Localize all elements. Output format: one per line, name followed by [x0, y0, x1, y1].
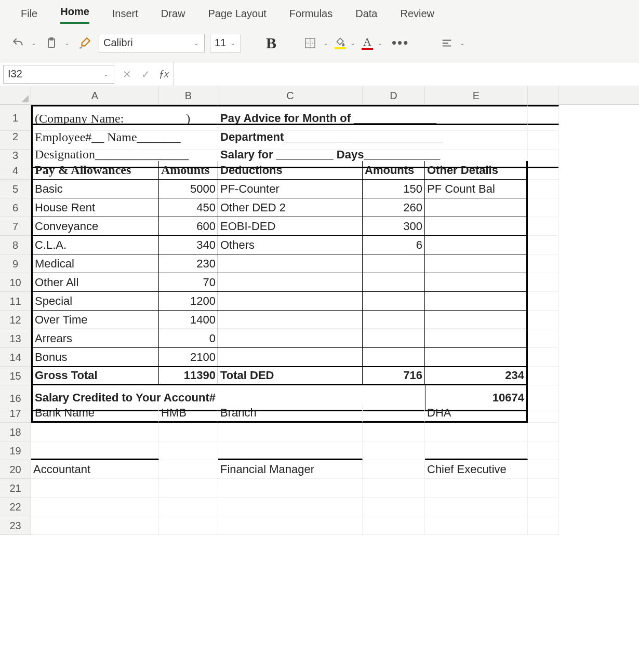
- cell[interactable]: Arrears: [31, 329, 159, 348]
- cell[interactable]: [528, 254, 559, 273]
- cells-area[interactable]: (Company Name:__________) Pay Advice for…: [31, 105, 639, 535]
- cell[interactable]: [528, 217, 559, 236]
- cell[interactable]: Medical: [31, 254, 159, 273]
- row-header[interactable]: 22: [0, 498, 31, 516]
- cell[interactable]: [31, 498, 159, 516]
- row-header[interactable]: 10: [0, 273, 31, 292]
- cell[interactable]: DHA: [425, 404, 528, 423]
- cell[interactable]: [159, 423, 218, 441]
- cell[interactable]: [528, 180, 559, 198]
- paste-dropdown[interactable]: ⌄: [63, 39, 71, 47]
- cell[interactable]: [363, 348, 425, 367]
- cell[interactable]: 340: [159, 236, 218, 254]
- cell[interactable]: [528, 367, 559, 385]
- cell[interactable]: [363, 460, 425, 479]
- cell[interactable]: [31, 441, 159, 460]
- row-header[interactable]: 8: [0, 236, 31, 254]
- row-header[interactable]: 6: [0, 198, 31, 217]
- row-header[interactable]: 14: [0, 348, 31, 367]
- cell[interactable]: [528, 516, 559, 535]
- row-header[interactable]: 17: [0, 404, 31, 423]
- cell[interactable]: [218, 254, 363, 273]
- cancel-formula-button[interactable]: ✕: [117, 68, 136, 80]
- cell[interactable]: [363, 311, 425, 329]
- cell[interactable]: [425, 198, 528, 217]
- accept-formula-button[interactable]: ✓: [136, 68, 155, 80]
- cell[interactable]: [363, 273, 425, 292]
- col-header-b[interactable]: B: [159, 86, 218, 105]
- cell[interactable]: Chief Executive: [425, 460, 528, 479]
- cell[interactable]: [363, 292, 425, 311]
- cell[interactable]: [218, 498, 363, 516]
- cell[interactable]: [528, 292, 559, 311]
- cell[interactable]: 70: [159, 273, 218, 292]
- align-button[interactable]: [438, 34, 456, 52]
- borders-dropdown[interactable]: ⌄: [322, 39, 329, 47]
- cell[interactable]: PF-Counter: [218, 180, 363, 198]
- cell[interactable]: [218, 441, 363, 460]
- cell[interactable]: [425, 498, 528, 516]
- cell[interactable]: [218, 479, 363, 498]
- tab-data[interactable]: Data: [355, 8, 377, 24]
- cell[interactable]: [528, 404, 559, 423]
- fill-color-button[interactable]: [335, 37, 346, 49]
- cell[interactable]: [218, 311, 363, 329]
- tab-page-layout[interactable]: Page Layout: [208, 8, 267, 24]
- row-header[interactable]: 11: [0, 292, 31, 311]
- cell[interactable]: [159, 460, 218, 479]
- align-dropdown[interactable]: ⌄: [459, 39, 466, 47]
- cell[interactable]: 150: [363, 180, 425, 198]
- tab-review[interactable]: Review: [400, 8, 434, 24]
- cell[interactable]: 2100: [159, 348, 218, 367]
- cell[interactable]: 0: [159, 329, 218, 348]
- undo-dropdown[interactable]: ⌄: [30, 39, 37, 47]
- cell[interactable]: [363, 254, 425, 273]
- row-header[interactable]: 23: [0, 516, 31, 535]
- row-header[interactable]: 7: [0, 217, 31, 236]
- cell[interactable]: Others: [218, 236, 363, 254]
- bold-button[interactable]: B: [261, 34, 282, 52]
- cell[interactable]: 230: [159, 254, 218, 273]
- cell[interactable]: [528, 161, 559, 180]
- font-color-dropdown[interactable]: ⌄: [376, 39, 383, 47]
- cell[interactable]: Financial Manager: [218, 460, 363, 479]
- cell[interactable]: [425, 516, 528, 535]
- tab-file[interactable]: File: [21, 8, 37, 24]
- cell[interactable]: [31, 423, 159, 441]
- cell[interactable]: [425, 311, 528, 329]
- cell[interactable]: [528, 198, 559, 217]
- cell[interactable]: [528, 311, 559, 329]
- cell[interactable]: 260: [363, 198, 425, 217]
- tab-formulas[interactable]: Formulas: [289, 8, 332, 24]
- cell[interactable]: 450: [159, 198, 218, 217]
- row-header[interactable]: 12: [0, 311, 31, 329]
- cell[interactable]: Branch: [218, 404, 363, 423]
- cell[interactable]: Other All: [31, 273, 159, 292]
- cell[interactable]: 600: [159, 217, 218, 236]
- cell[interactable]: [159, 516, 218, 535]
- row-header[interactable]: 5: [0, 180, 31, 198]
- cell[interactable]: Pay & Allowances: [31, 161, 159, 180]
- name-box[interactable]: I32 ⌄: [3, 65, 114, 84]
- cell[interactable]: [425, 423, 528, 441]
- col-header-c[interactable]: C: [218, 86, 363, 105]
- cell[interactable]: [363, 329, 425, 348]
- cell[interactable]: [528, 479, 559, 498]
- borders-button[interactable]: [301, 34, 319, 52]
- col-header-d[interactable]: D: [363, 86, 425, 105]
- row-header[interactable]: 18: [0, 423, 31, 441]
- cell[interactable]: [425, 217, 528, 236]
- fx-icon[interactable]: ƒx: [155, 68, 173, 80]
- cell[interactable]: [425, 441, 528, 460]
- cell[interactable]: 1400: [159, 311, 218, 329]
- cell[interactable]: Other Details: [425, 161, 528, 180]
- cell[interactable]: Amounts: [363, 161, 425, 180]
- cell[interactable]: [528, 423, 559, 441]
- cell[interactable]: [363, 404, 425, 423]
- cell[interactable]: [425, 273, 528, 292]
- cell[interactable]: Accountant: [31, 460, 159, 479]
- format-painter-button[interactable]: [76, 34, 94, 52]
- cell[interactable]: PF Count Bal: [425, 180, 528, 198]
- cell[interactable]: [528, 498, 559, 516]
- cell[interactable]: Deductions: [218, 161, 363, 180]
